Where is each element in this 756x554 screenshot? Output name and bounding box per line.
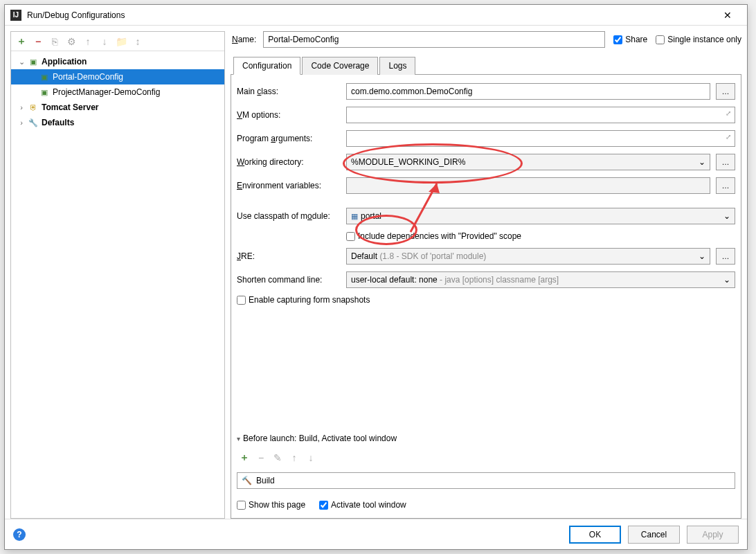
build-icon: 🔨: [242, 476, 252, 485]
tree-item-projectmanager-democonfig[interactable]: ▣ ProjectManager-DemoConfig: [11, 84, 224, 100]
main-class-label: Main class:: [237, 87, 341, 96]
titlebar: IJ Run/Debug Configurations ✕: [5, 5, 747, 26]
module-icon: ▦: [351, 212, 358, 220]
before-launch-header[interactable]: ▾ Before launch: Build, Activate tool wi…: [237, 434, 735, 443]
dialog-footer: ? OK Cancel Apply: [5, 519, 747, 549]
before-edit-button[interactable]: ✎: [270, 450, 285, 465]
tree-node-defaults[interactable]: › 🔧 Defaults: [11, 115, 224, 130]
classpath-module-select[interactable]: ▦portal ⌄: [346, 208, 735, 224]
expander-icon: ›: [17, 103, 26, 111]
working-dir-label: Working directory:: [237, 157, 341, 167]
config-tree: ⌄ ▣ Application ▣ Portal-DemoConfig ▣ Pr…: [11, 51, 224, 518]
run-config-icon: ▣: [39, 87, 50, 98]
jre-label: JRE:: [237, 251, 341, 261]
ok-button[interactable]: OK: [569, 526, 621, 544]
vm-options-input[interactable]: [346, 107, 735, 123]
sort-button[interactable]: ↕: [130, 34, 145, 49]
tomcat-icon: ⛨: [28, 102, 39, 113]
tab-configuration[interactable]: Configuration: [233, 57, 300, 75]
move-down-button[interactable]: ↓: [97, 34, 112, 49]
app-icon: IJ: [10, 10, 21, 21]
expand-icon[interactable]: ⤢: [726, 109, 731, 117]
env-vars-label: Environment variables:: [237, 181, 341, 190]
tab-code-coverage[interactable]: Code Coverage: [302, 57, 378, 75]
before-add-button[interactable]: ＋: [237, 450, 252, 465]
before-up-button[interactable]: ↑: [287, 450, 302, 465]
enable-capture-checkbox[interactable]: Enable capturing form snapshots: [237, 295, 370, 305]
before-remove-button[interactable]: −: [253, 450, 269, 465]
working-dir-select[interactable]: %MODULE_WORKING_DIR% ⌄: [346, 154, 710, 170]
shorten-select[interactable]: user-local default: none - java [options…: [346, 271, 735, 288]
chevron-down-icon: ▾: [237, 435, 240, 443]
expander-icon: ⌄: [17, 57, 26, 66]
chevron-down-icon: ⌄: [699, 157, 705, 167]
chevron-down-icon: ⌄: [723, 275, 730, 285]
tab-logs[interactable]: Logs: [379, 57, 415, 75]
window-title: Run/Debug Configurations: [27, 10, 714, 20]
apply-button[interactable]: Apply: [687, 526, 739, 544]
config-tabs: Configuration Code Coverage Logs: [231, 56, 741, 75]
main-class-browse-button[interactable]: …: [716, 83, 735, 100]
name-label: Name:: [231, 35, 256, 44]
jre-browse-button[interactable]: …: [716, 248, 735, 265]
cancel-button[interactable]: Cancel: [628, 526, 680, 544]
env-vars-input[interactable]: [346, 177, 710, 194]
include-provided-checkbox[interactable]: Include dependencies with "Provided" sco…: [346, 231, 521, 241]
env-vars-browse-button[interactable]: …: [716, 177, 735, 194]
remove-config-button[interactable]: −: [30, 34, 46, 49]
application-icon: ▣: [28, 56, 39, 67]
expand-icon[interactable]: ⤢: [726, 133, 731, 141]
before-down-button[interactable]: ↓: [303, 450, 318, 465]
expander-icon: ›: [17, 118, 26, 127]
save-config-button[interactable]: ⚙: [64, 34, 79, 49]
chevron-down-icon: ⌄: [723, 211, 730, 221]
jre-select[interactable]: Default (1.8 - SDK of 'portal' module) ⌄: [346, 248, 710, 265]
configuration-form: Main class: … VM options: ⤢ Program argu…: [231, 75, 741, 519]
before-launch-list[interactable]: 🔨 Build: [237, 472, 735, 489]
single-instance-checkbox[interactable]: Single instance only: [654, 35, 741, 44]
copy-config-button[interactable]: ⎘: [47, 34, 62, 49]
config-tree-panel: ＋ − ⎘ ⚙ ↑ ↓ 📁 ↕ ⌄ ▣ Application ▣ Portal…: [10, 31, 225, 519]
main-class-input[interactable]: [346, 83, 710, 100]
classpath-label: Use classpath of module:: [237, 211, 341, 221]
folder-button[interactable]: 📁: [114, 34, 129, 49]
name-input[interactable]: [263, 31, 605, 48]
close-button[interactable]: ✕: [714, 5, 741, 26]
share-checkbox[interactable]: Share: [612, 35, 647, 44]
activate-window-checkbox[interactable]: Activate tool window: [319, 500, 406, 510]
tree-item-portal-democonfig[interactable]: ▣ Portal-DemoConfig: [11, 69, 224, 84]
tree-node-application[interactable]: ⌄ ▣ Application: [11, 54, 224, 69]
program-args-label: Program arguments:: [237, 134, 341, 143]
config-editor-panel: Name: Share Single instance only Configu…: [231, 31, 741, 519]
working-dir-browse-button[interactable]: …: [716, 154, 735, 170]
chevron-down-icon: ⌄: [699, 251, 705, 261]
run-config-icon: ▣: [39, 71, 50, 82]
program-args-input[interactable]: [346, 130, 735, 147]
wrench-icon: 🔧: [28, 117, 39, 128]
tree-toolbar: ＋ − ⎘ ⚙ ↑ ↓ 📁 ↕: [11, 32, 224, 51]
shorten-label: Shorten command line:: [237, 275, 341, 285]
show-page-checkbox[interactable]: Show this page: [237, 500, 305, 510]
vm-options-label: VM options:: [237, 110, 341, 120]
move-up-button[interactable]: ↑: [80, 34, 96, 49]
add-config-button[interactable]: ＋: [14, 34, 29, 49]
tree-node-tomcat[interactable]: › ⛨ Tomcat Server: [11, 100, 224, 115]
run-debug-config-dialog: IJ Run/Debug Configurations ✕ ＋ − ⎘ ⚙ ↑ …: [4, 4, 748, 550]
help-button[interactable]: ?: [13, 528, 26, 541]
